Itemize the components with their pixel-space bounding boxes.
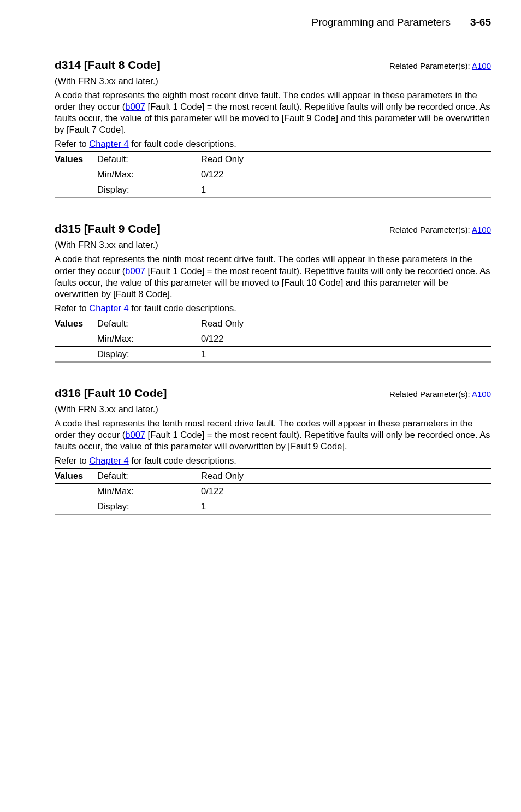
field-value: 1 [201,346,491,362]
desc-link[interactable]: b007 [125,266,145,276]
desc-link[interactable]: b007 [125,430,145,440]
chapter-link[interactable]: Chapter 4 [89,139,128,149]
values-label: Values [55,316,97,331]
title-row: d316 [Fault 10 Code] Related Parameter(s… [55,387,491,400]
firmware-note: (With FRN 3.xx and later.) [55,76,491,86]
description: A code that represents the tenth most re… [55,418,491,452]
values-table: ValuesDefault:Read OnlyMin/Max:0/122Disp… [55,468,491,515]
refer-line: Refer to Chapter 4 for fault code descri… [55,455,491,466]
table-row: ValuesDefault:Read Only [55,152,491,167]
related-link[interactable]: A100 [472,225,491,234]
description: A code that represents the eighth most r… [55,90,491,135]
param-title: d314 [Fault 8 Code] [55,58,161,72]
page-header: Programming and Parameters 3-65 [55,16,491,32]
field-name: Display: [97,346,201,362]
description: A code that represents the ninth most re… [55,253,491,299]
related-link[interactable]: A100 [472,61,491,70]
chapter-link[interactable]: Chapter 4 [89,303,128,313]
values-table: ValuesDefault:Read OnlyMin/Max:0/122Disp… [55,316,491,363]
table-row: Min/Max:0/122 [55,331,491,346]
field-name: Display: [97,499,201,515]
values-label [55,167,97,182]
table-row: ValuesDefault:Read Only [55,316,491,331]
field-name: Display: [97,182,201,198]
field-value: 0/122 [201,167,491,182]
values-label [55,484,97,499]
field-value: Read Only [201,469,491,484]
related-params: Related Parameter(s): A100 [389,389,491,399]
field-name: Min/Max: [97,331,201,346]
param-section: d315 [Fault 9 Code] Related Parameter(s)… [55,222,491,362]
field-value: 0/122 [201,484,491,499]
field-value: Read Only [201,152,491,167]
desc-link[interactable]: b007 [125,102,145,111]
related-params: Related Parameter(s): A100 [389,225,491,234]
field-value: 1 [201,182,491,198]
field-name: Default: [97,316,201,331]
table-row: Min/Max:0/122 [55,484,491,499]
field-value: 0/122 [201,331,491,346]
title-row: d315 [Fault 9 Code] Related Parameter(s)… [55,222,491,235]
title-row: d314 [Fault 8 Code] Related Parameter(s)… [55,58,491,72]
param-section: d316 [Fault 10 Code] Related Parameter(s… [55,387,491,515]
field-value: 1 [201,499,491,515]
related-link[interactable]: A100 [472,389,491,399]
values-label: Values [55,469,97,484]
param-title: d315 [Fault 9 Code] [55,222,161,235]
table-row: Display:1 [55,499,491,515]
values-label [55,346,97,362]
refer-line: Refer to Chapter 4 for fault code descri… [55,139,491,149]
header-title: Programming and Parameters [311,16,451,28]
values-label [55,499,97,515]
param-title: d316 [Fault 10 Code] [55,387,167,400]
field-name: Default: [97,469,201,484]
field-value: Read Only [201,316,491,331]
values-table: ValuesDefault:Read OnlyMin/Max:0/122Disp… [55,151,491,198]
chapter-link[interactable]: Chapter 4 [89,455,128,465]
firmware-note: (With FRN 3.xx and later.) [55,404,491,414]
header-page-num: 3-65 [470,16,491,28]
table-row: Display:1 [55,182,491,198]
table-row: ValuesDefault:Read Only [55,469,491,484]
firmware-note: (With FRN 3.xx and later.) [55,240,491,250]
field-name: Min/Max: [97,484,201,499]
values-label [55,331,97,346]
field-name: Default: [97,152,201,167]
param-section: d314 [Fault 8 Code] Related Parameter(s)… [55,58,491,198]
refer-line: Refer to Chapter 4 for fault code descri… [55,303,491,313]
values-label [55,182,97,198]
table-row: Min/Max:0/122 [55,167,491,182]
table-row: Display:1 [55,346,491,362]
values-label: Values [55,152,97,167]
related-params: Related Parameter(s): A100 [389,61,491,70]
field-name: Min/Max: [97,167,201,182]
